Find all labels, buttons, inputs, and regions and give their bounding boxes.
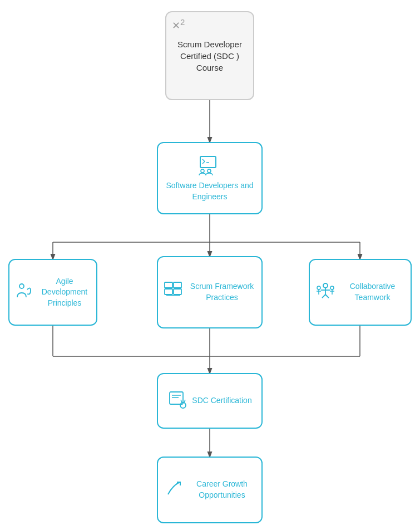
- svg-rect-21: [174, 282, 181, 288]
- agile-node: Agile Development Principles: [8, 259, 97, 326]
- root-node: ✕2 Scrum Developer Certified (SDC ) Cour…: [165, 11, 254, 100]
- cert-label: SDC Certification: [192, 395, 251, 406]
- svg-line-14: [202, 161, 205, 164]
- svg-line-28: [325, 295, 329, 298]
- scrum-node: Scrum Framework Practices: [157, 256, 263, 328]
- svg-line-13: [202, 159, 205, 161]
- scrum-label: Scrum Framework Practices: [188, 281, 256, 303]
- svg-line-40: [184, 400, 185, 403]
- svg-point-18: [19, 284, 24, 288]
- agile-label: Agile Development Principles: [38, 276, 91, 309]
- collab-label: Collaborative Teamwork: [340, 281, 405, 303]
- svg-line-39: [181, 400, 182, 403]
- scrum-icon: [164, 281, 184, 304]
- svg-rect-20: [165, 289, 172, 295]
- svg-rect-35: [170, 392, 183, 404]
- svg-point-24: [323, 283, 328, 288]
- x-mark: ✕2: [172, 18, 185, 31]
- software-node: Software Developers and Engineers: [157, 142, 263, 214]
- software-icon: [198, 154, 221, 180]
- software-label: Software Developers and Engineers: [158, 180, 261, 202]
- svg-line-27: [322, 295, 325, 298]
- career-icon: [164, 479, 184, 502]
- cert-node: SDC Certification: [157, 373, 263, 429]
- career-label: Career Growth Opportunities: [188, 479, 256, 501]
- svg-point-29: [317, 286, 320, 290]
- cert-icon: [167, 390, 187, 413]
- diagram: ✕2 Scrum Developer Certified (SDC ) Cour…: [0, 0, 420, 525]
- svg-rect-12: [200, 156, 216, 168]
- root-label: Scrum Developer Certified (SDC ) Course: [166, 38, 253, 73]
- svg-point-32: [330, 286, 334, 290]
- svg-rect-19: [165, 282, 172, 288]
- svg-rect-22: [174, 289, 181, 295]
- svg-point-17: [207, 169, 211, 173]
- collab-icon: [315, 281, 335, 304]
- collab-node: Collaborative Teamwork: [309, 259, 412, 326]
- agile-icon: [15, 282, 34, 303]
- career-node: Career Growth Opportunities: [157, 457, 263, 523]
- svg-point-16: [201, 169, 204, 173]
